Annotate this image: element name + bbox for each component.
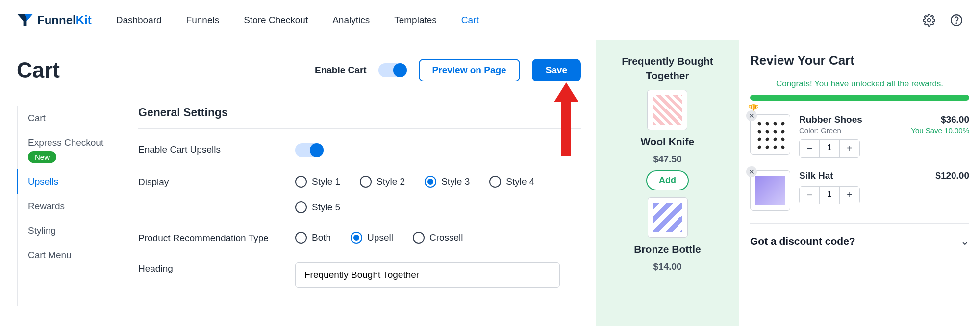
qty-stepper: − 1 + [799, 186, 860, 204]
nav-templates[interactable]: Templates [394, 15, 437, 26]
fbt-product-2: Bronze Bottle $14.00 [634, 197, 701, 272]
product-price: $14.00 [653, 261, 681, 272]
radio-style-1[interactable]: Style 1 [295, 176, 340, 188]
remove-item-button[interactable]: ✕ [746, 166, 757, 177]
enable-cart-label: Enable Cart [315, 65, 367, 76]
settings-heading: General Settings [138, 106, 581, 119]
radio-both[interactable]: Both [295, 232, 331, 244]
sidebar-item-upsells[interactable]: Upsells [17, 169, 125, 194]
qty-value: 1 [819, 140, 840, 157]
nav-store-checkout[interactable]: Store Checkout [244, 15, 308, 26]
help-icon[interactable] [950, 13, 963, 27]
radio-style-4-label: Style 4 [506, 176, 534, 187]
cart-item-name: Rubber Shoes [799, 114, 902, 125]
qty-plus-button[interactable]: + [840, 187, 859, 204]
nav-analytics[interactable]: Analytics [332, 15, 370, 26]
cart-item-name: Silk Hat [799, 170, 927, 181]
radio-style-3-label: Style 3 [441, 176, 470, 187]
sidebar-item-cart[interactable]: Cart [17, 106, 125, 131]
radio-style-4[interactable]: Style 4 [489, 176, 534, 188]
cart-thumb [750, 170, 790, 211]
rewards-progress: 🏆 [750, 95, 969, 101]
fbt-product-1: Wool Knife $47.50 Add [641, 90, 694, 190]
remove-item-button[interactable]: ✕ [746, 110, 757, 121]
cart-review-panel: Review Your Cart Congrats! You have unlo… [739, 40, 980, 326]
fbt-title: Frequently Bought Together [604, 54, 730, 83]
enable-upsells-toggle[interactable] [295, 143, 324, 157]
cart-item-price: $36.00 [911, 114, 969, 125]
cart-item-price: $120.00 [935, 170, 969, 211]
brand-name-2: Kit [76, 13, 92, 27]
product-thumb [648, 197, 688, 238]
brand-name-1: Funnel [37, 13, 76, 27]
sidebar-express-label: Express Checkout [28, 137, 103, 148]
product-thumb [647, 90, 687, 130]
radio-upsell[interactable]: Upsell [351, 232, 393, 244]
discount-label: Got a discount code? [750, 235, 855, 247]
display-label: Display [138, 176, 295, 188]
rewards-congrats: Congrats! You have unlocked all the rewa… [750, 79, 969, 89]
main-nav: Dashboard Funnels Store Checkout Analyti… [116, 15, 479, 26]
radio-style-1-label: Style 1 [312, 176, 340, 187]
cart-item-2: ✕ Silk Hat − 1 + $120.00 [750, 170, 969, 211]
radio-crossell-label: Crossell [429, 232, 463, 243]
sidebar-item-express-checkout[interactable]: Express Checkout New [17, 131, 125, 169]
brand-name: FunnelKit [37, 13, 92, 27]
chevron-down-icon: ⌄ [960, 235, 969, 247]
rec-type-label: Product Recommendation Type [138, 232, 295, 244]
add-button[interactable]: Add [646, 170, 689, 190]
radio-style-2-label: Style 2 [377, 176, 405, 187]
enable-upsells-label: Enable Cart Upsells [138, 143, 295, 155]
radio-style-5-label: Style 5 [312, 202, 340, 213]
qty-minus-button[interactable]: − [800, 187, 819, 204]
radio-both-label: Both [312, 232, 331, 243]
page-title: Cart [17, 58, 60, 82]
radio-style-2[interactable]: Style 2 [360, 176, 405, 188]
sidebar-item-styling[interactable]: Styling [17, 218, 125, 243]
brand-logo: FunnelKit [17, 12, 92, 28]
product-price: $47.50 [653, 154, 681, 164]
qty-minus-button[interactable]: − [800, 140, 819, 157]
sidebar-item-cart-menu[interactable]: Cart Menu [17, 243, 125, 268]
radio-crossell[interactable]: Crossell [413, 232, 463, 244]
radio-style-3[interactable]: Style 3 [425, 176, 470, 188]
qty-value: 1 [819, 187, 840, 204]
settings-sidebar: Cart Express Checkout New Upsells Reward… [17, 106, 125, 306]
nav-cart[interactable]: Cart [461, 15, 479, 26]
cart-item-meta: Color: Green [799, 126, 902, 135]
heading-label: Heading [138, 262, 295, 274]
svg-point-2 [956, 23, 956, 23]
nav-funnels[interactable]: Funnels [186, 15, 220, 26]
cart-title: Review Your Cart [750, 53, 969, 68]
save-button[interactable]: Save [532, 59, 581, 82]
settings-icon[interactable] [922, 13, 936, 27]
nav-dashboard[interactable]: Dashboard [116, 15, 162, 26]
svg-point-0 [928, 18, 931, 22]
cart-thumb [750, 114, 790, 155]
qty-plus-button[interactable]: + [840, 140, 859, 157]
qty-stepper: − 1 + [799, 139, 860, 158]
preview-button[interactable]: Preview on Page [419, 59, 520, 82]
funnelkit-logo-icon [17, 12, 33, 28]
top-navbar: FunnelKit Dashboard Funnels Store Checko… [0, 0, 980, 40]
radio-upsell-label: Upsell [367, 232, 393, 243]
cart-item-1: ✕ Rubber Shoes Color: Green − 1 + $36.00… [750, 114, 969, 158]
cart-item-save: You Save 10.00% [911, 126, 969, 135]
fbt-panel: Frequently Bought Together Wool Knife $4… [596, 40, 739, 326]
heading-input[interactable] [295, 262, 560, 288]
sidebar-item-rewards[interactable]: Rewards [17, 194, 125, 218]
product-name: Wool Knife [641, 136, 694, 148]
radio-style-5[interactable]: Style 5 [295, 201, 581, 213]
product-name: Bronze Bottle [634, 244, 701, 255]
new-badge: New [28, 151, 56, 163]
discount-code-toggle[interactable]: Got a discount code? ⌄ [750, 223, 969, 258]
enable-cart-toggle[interactable] [378, 63, 407, 77]
